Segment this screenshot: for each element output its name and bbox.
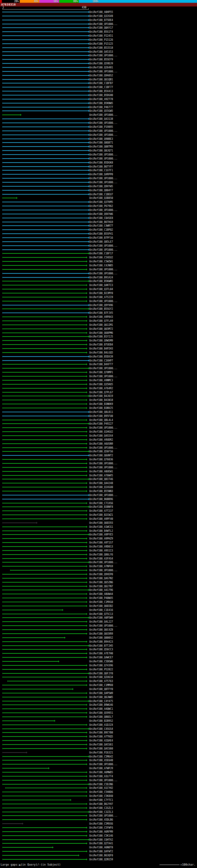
hit-label[interactable]: UniRef100_Q0AY17 (89, 27, 113, 29)
hit-alignment-bar[interactable] (2, 740, 86, 741)
hit-row[interactable]: UniRef100_P19895 (0, 125, 197, 129)
hit-alignment-bar[interactable] (2, 594, 86, 594)
hit-row[interactable]: UniRef100_UP1000... (0, 446, 197, 450)
hit-label[interactable]: UniRef100_Q4FWT2 (89, 850, 113, 853)
hit-label[interactable]: UniRef100_A7E7H0 (89, 652, 113, 655)
hit-alignment-bar[interactable] (2, 352, 86, 353)
hit-label[interactable]: UniRef100_A5E640 (89, 759, 113, 762)
hit-row[interactable]: UniRef100_B6THG9 (0, 220, 197, 224)
hit-row[interactable]: UniRef100_C4Y475 (0, 699, 197, 703)
hit-alignment-bar[interactable] (2, 83, 88, 84)
hit-row[interactable]: UniRef100_P46777 (0, 105, 197, 109)
hit-label[interactable]: UniRef100_A9S1I3 (89, 549, 113, 552)
hit-label[interactable]: UniRef100_A9PF40 (89, 518, 113, 520)
hit-row[interactable]: UniRef100_Q7PL67 (0, 391, 197, 395)
hit-label[interactable]: UniRef100_UP1000... (89, 181, 118, 184)
hit-label[interactable]: UniRef100_UP1000... (89, 367, 118, 370)
hit-row[interactable]: UniRef100_C1BF17 (0, 252, 197, 255)
hit-label[interactable]: UniRef100_Q1HGU2 (89, 430, 113, 433)
hit-row[interactable]: UniRef100_Q1HGU2 (0, 430, 197, 434)
hit-label[interactable]: UniRef100_Q7PL67 (89, 391, 113, 394)
hit-label[interactable]: UniRef100_Q3B850 (89, 197, 113, 199)
hit-alignment-bar[interactable] (2, 510, 86, 511)
hit-alignment-bar[interactable] (2, 138, 88, 139)
hit-row[interactable]: UniRef100_A9PF40 (0, 517, 197, 521)
hit-alignment-bar[interactable] (2, 784, 88, 784)
hit-alignment-bar[interactable] (2, 281, 88, 281)
hit-alignment-bar[interactable] (2, 146, 88, 147)
hit-alignment-bar[interactable] (2, 812, 88, 812)
hit-label[interactable]: UniRef100_Q59951 (89, 712, 113, 714)
hit-alignment-bar[interactable] (2, 420, 86, 420)
hit-alignment-bar[interactable] (2, 218, 88, 218)
hit-label[interactable]: UniRef100_C4Y475 (89, 700, 113, 703)
hit-alignment-bar[interactable] (2, 336, 88, 337)
hit-label[interactable]: UniRef100_UP1000... (89, 466, 118, 469)
hit-alignment-bar[interactable] (2, 689, 72, 689)
hit-row[interactable]: UniRef100_UP1000... (0, 568, 197, 572)
hit-label[interactable]: UniRef100_B5SGY2 (89, 308, 113, 310)
hit-alignment-bar[interactable] (2, 590, 88, 590)
hit-label[interactable]: UniRef100_Q4S5X4 (89, 434, 113, 437)
hit-alignment-bar[interactable] (2, 506, 88, 507)
hit-label[interactable]: UniRef100_C5H8D6 (89, 791, 113, 794)
hit-alignment-bar[interactable] (2, 566, 86, 566)
hit-label[interactable]: UniRef100_C1BPQ2 (89, 228, 113, 231)
hit-alignment-bar[interactable] (2, 178, 88, 179)
hit-alignment-bar[interactable] (5, 787, 86, 788)
hit-label[interactable]: UniRef100_Q4KTI3 (89, 284, 113, 287)
hit-row[interactable]: UniRef100_B7FJV5 (0, 311, 197, 315)
hit-alignment-bar[interactable] (2, 796, 86, 796)
hit-label[interactable]: UniRef100_Q35HU5 (89, 383, 113, 386)
hit-row[interactable]: UniRef100_Q75C13 (0, 612, 197, 616)
hit-label[interactable]: UniRef100_A9PYE5 (89, 533, 113, 536)
hit-row[interactable]: UniRef100_Q3TL04 (0, 287, 197, 291)
hit-alignment-bar[interactable] (2, 48, 88, 48)
hit-alignment-bar[interactable] (2, 859, 86, 860)
hit-alignment-bar[interactable] (2, 823, 22, 824)
hit-label[interactable]: UniRef100_C5M642 (89, 755, 113, 758)
hit-label[interactable]: UniRef100_Q627N7 (89, 585, 113, 588)
hit-row[interactable]: UniRef100_B3NV25 (0, 406, 197, 410)
hit-label[interactable]: UniRef100_UP1000... (89, 561, 118, 564)
hit-row[interactable]: UniRef100_Q68PM6 (0, 331, 197, 335)
hit-row[interactable]: UniRef100_Q9YVH6 (0, 303, 197, 307)
hit-label[interactable]: UniRef100_Q804Y7 (89, 189, 113, 192)
hit-label[interactable]: UniRef100_UP1000... (89, 272, 118, 275)
hit-alignment-bar[interactable] (2, 439, 86, 440)
hit-label[interactable]: UniRef100_Q86EL7 (89, 716, 113, 718)
hit-row[interactable]: UniRef100_UP1000... (0, 268, 197, 272)
hit-label[interactable]: UniRef100_B5DGK8 (89, 161, 113, 164)
hit-label[interactable]: UniRef100_C1BF77 (89, 86, 113, 89)
hit-alignment-bar[interactable] (2, 843, 86, 844)
hit-alignment-bar[interactable] (2, 768, 48, 769)
hit-alignment-bar[interactable] (2, 617, 88, 618)
hit-label[interactable]: UniRef100_C6HTA2 (89, 838, 113, 841)
hit-alignment-bar[interactable] (2, 245, 88, 246)
hit-label[interactable]: UniRef100_C7YTC1 (89, 799, 113, 802)
hit-row[interactable]: UniRef100_Q56FS6 (0, 450, 197, 454)
hit-label[interactable]: UniRef100_Q76036 (89, 458, 113, 461)
hit-label[interactable]: UniRef100_A9PHZ9 (89, 537, 113, 540)
hit-label[interactable]: UniRef100_B41N18 (89, 399, 113, 402)
hit-row[interactable]: UniRef100_C6HTA2 (0, 838, 197, 842)
hit-label[interactable]: UniRef100_C1E416 (89, 609, 113, 612)
hit-alignment-bar[interactable] (2, 392, 86, 393)
hit-label[interactable]: UniRef100_UP1000... (89, 245, 118, 247)
hit-alignment-bar[interactable] (2, 404, 86, 404)
hit-row[interactable]: UniRef100_A6RFM9 (0, 830, 197, 834)
hit-label[interactable]: UniRef100_B6THG9 (89, 221, 113, 223)
hit-row[interactable]: UniRef100_Q000S2 (0, 636, 197, 640)
hit-label[interactable]: UniRef100_Q9XYW6 (89, 213, 113, 216)
hit-row[interactable]: UniRef100_C71XS6 (0, 501, 197, 505)
hit-row[interactable]: UniRef100_UP1000... (0, 54, 197, 58)
hit-label[interactable]: UniRef100_Q9YVH6 (89, 304, 113, 307)
hit-label[interactable]: UniRef100_UP1000... (89, 462, 118, 465)
hit-row[interactable]: UniRef100_A9P843 (0, 315, 197, 319)
hit-label[interactable]: UniRef100_Q61IM1 (89, 323, 113, 327)
hit-label[interactable]: UniRef100_Q74396 (89, 664, 113, 667)
hit-label[interactable]: UniRef100_B5G1T4 (89, 30, 113, 33)
hit-row[interactable]: UniRef100_C5MXX6 (0, 822, 197, 826)
hit-alignment-bar[interactable] (2, 123, 88, 123)
hit-row[interactable]: UniRef100_B7TJH5 (0, 644, 197, 648)
